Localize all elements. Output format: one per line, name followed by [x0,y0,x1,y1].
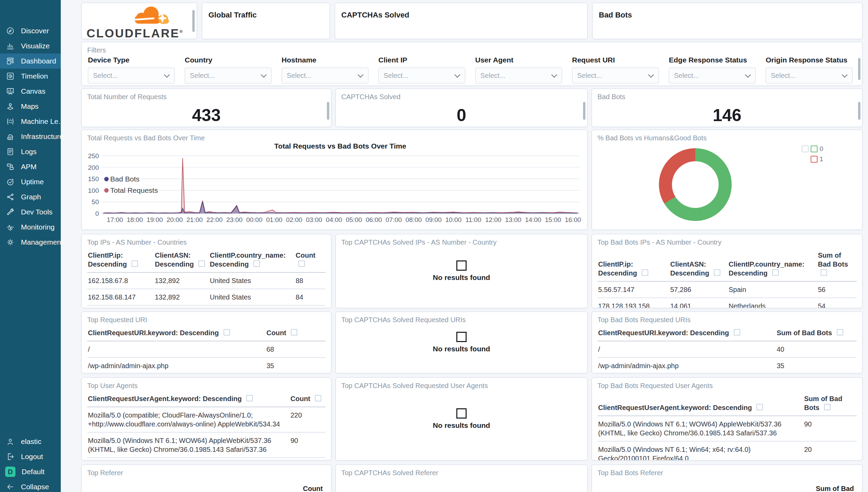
svg-text:11:00: 11:00 [466,216,481,223]
sort-icon[interactable] [772,269,779,276]
sidebar-item-graph[interactable]: Graph [0,189,61,204]
sort-icon[interactable] [837,329,843,336]
column-header[interactable]: Sum of Bad Bots [776,326,857,341]
column-header[interactable]: ClientRequestUserAgent.keyword: Descendi… [87,391,290,407]
sidebar-item-monitoring[interactable]: Monitoring [0,220,61,235]
chevron-down-icon [842,72,848,78]
sidebar-item-apm[interactable]: APM [0,159,61,174]
column-header[interactable]: ClientIP.country_name: Descending [728,248,817,281]
sort-icon[interactable] [224,329,230,336]
donut-legend-item-0[interactable]: 0 [802,145,825,153]
sidebar-item-logs[interactable]: Logs [0,144,61,159]
sort-icon[interactable] [246,395,253,401]
sidebar-item-management[interactable]: Management [0,235,61,250]
sort-icon[interactable] [291,329,297,336]
svg-text:23:00: 23:00 [226,216,243,223]
sidebar-item-elastic[interactable]: elastic [0,434,61,449]
table-cell: 88 [295,272,326,289]
sort-icon[interactable] [642,269,648,276]
visualize-icon [6,42,15,50]
chart-legend-item[interactable]: Total Requests [104,186,158,194]
table-cell: / [87,341,266,358]
sort-icon[interactable] [714,269,720,276]
data-table: ClientRequestUserAgent.keyword: Descendi… [87,391,326,458]
legend-swatch-icon [811,156,818,163]
svg-text:14:00: 14:00 [525,216,541,223]
table-row: 162.158.67.8132,892United States88 [87,272,326,289]
column-header[interactable]: Count [295,248,326,272]
table-panel-title: Top CAPTCHAs Solved IPs - AS Number - Co… [341,238,496,246]
donut-legend-item-1[interactable]: 1 [811,155,825,163]
metric-scrollbar[interactable] [327,102,329,120]
sidebar-item-discover[interactable]: Discover [0,23,61,38]
sidebar-item-dev-tools[interactable]: Dev Tools [0,204,61,220]
sidebar-item-logout[interactable]: Logout [0,449,61,464]
sort-icon[interactable] [821,269,827,276]
filters-scrollbar[interactable] [858,58,860,80]
table-cell: 35 [266,358,326,373]
select-placeholder: Select... [771,72,796,80]
metric-scrollbar[interactable] [583,102,585,120]
sidebar-item-dashboard[interactable]: Dashboard [0,54,61,69]
column-header[interactable]: ClientRequestUserAgent.keyword: Descendi… [597,391,803,416]
filter-select-request-uri[interactable]: Select... [572,68,659,83]
table-cell: 54 [817,298,857,308]
metric-scrollbar[interactable] [858,102,860,120]
column-header[interactable]: Sum of Bad [816,485,854,492]
data-table: ClientRequestURI.keyword: Descending Sum… [597,326,857,373]
column-header[interactable]: Count [266,326,326,341]
filter-select-user-agent[interactable]: Select... [475,68,562,83]
sidebar-item-machine-le[interactable]: Machine Le… [0,114,61,129]
sort-icon[interactable] [315,395,321,401]
chevron-down-icon [455,72,460,78]
sidebar-item-default[interactable]: DDefault [0,464,61,479]
filter-select-hostname[interactable]: Select... [282,68,368,83]
sort-icon[interactable] [824,404,831,410]
filter-label: Client IP [378,56,465,64]
sidebar-item-canvas[interactable]: Canvas [0,84,61,99]
table-row: /40 [597,341,857,358]
sidebar-item-visualize[interactable]: Visualize [0,38,61,54]
column-header[interactable]: ClientASN: Descending [670,248,728,281]
sort-icon[interactable] [298,260,305,267]
column-header[interactable]: Sum of Bad Bots [803,391,857,416]
sort-icon[interactable] [734,329,740,336]
sidebar-item-infrastructure[interactable]: Infrastructure [0,129,61,144]
column-header[interactable]: ClientIP.ip: Descending [87,248,154,272]
filter-field-country: CountrySelect... [185,56,272,83]
column-header[interactable]: Sum of Bad Bots [817,248,857,281]
column-header[interactable]: Count [290,391,326,407]
sort-icon[interactable] [132,260,138,267]
column-header[interactable]: ClientRequestURI.keyword: Descending [87,326,266,341]
filter-select-client-ip[interactable]: Select... [378,68,465,83]
chevron-down-icon [551,72,557,78]
filter-field-edge-response-status: Edge Response StatusSelect... [669,56,756,83]
filter-select-edge-response-status[interactable]: Select... [669,68,756,83]
sidebar-item-collapse[interactable]: Collapse [0,479,61,492]
filter-field-client-ip: Client IPSelect... [378,56,465,83]
canvas-icon [6,87,15,96]
sidebar-item-uptime[interactable]: Uptime [0,174,61,189]
column-header[interactable]: ClientIP.ip: Descending [597,248,670,281]
sort-icon[interactable] [253,260,260,267]
svg-text:Total Requests vs Bad Bots Ove: Total Requests vs Bad Bots Over Time [274,142,406,150]
table-panel-title: Top CAPTCHAs Solved Requested URIs [341,316,466,324]
chevron-down-icon [648,72,654,78]
logo-panel-scrollbar[interactable] [192,10,195,32]
filter-select-device-type[interactable]: Select... [88,68,175,83]
sort-icon[interactable] [756,404,763,410]
sort-icon[interactable] [198,260,205,267]
table-row: 5.56.57.14757,286Spain56 [597,281,857,298]
column-header[interactable]: ClientASN: Descending [154,248,209,272]
filter-select-country[interactable]: Select... [185,68,272,83]
column-header[interactable]: ClientIP.country_name: Descending [209,248,295,272]
column-header[interactable]: Count [303,485,323,492]
table-cell: Netherlands [728,298,817,308]
sidebar-item-maps[interactable]: Maps [0,99,61,114]
filter-select-origin-response-status[interactable]: Select... [766,68,853,83]
table-panel-title: Top User Agents [87,382,138,390]
filter-field-user-agent: User AgentSelect... [475,56,562,83]
select-placeholder: Select... [287,72,311,80]
column-header[interactable]: ClientRequestURI.keyword: Descending [597,326,776,341]
sidebar-item-timelion[interactable]: Timelion [0,69,61,84]
